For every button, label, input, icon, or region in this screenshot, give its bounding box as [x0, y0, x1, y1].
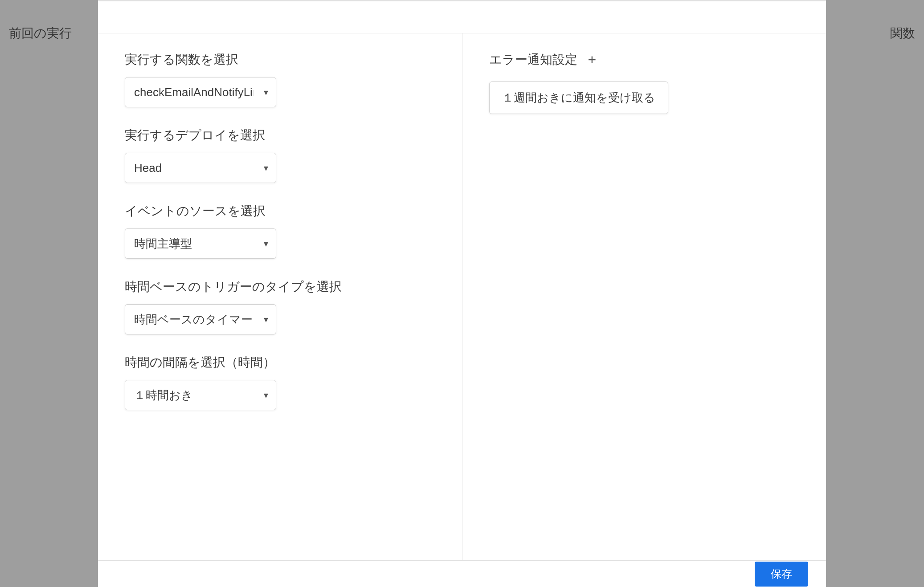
previous-run-label: 前回の実行 [9, 25, 72, 42]
event-source-dropdown[interactable]: 時間主導型 [125, 228, 276, 259]
event-source-dropdown-wrapper: 時間主導型 ▾ [125, 228, 276, 259]
left-sidebar: 前回の実行 [0, 0, 98, 587]
add-notification-button[interactable]: + [586, 53, 598, 67]
deploy-select-label: 実行するデプロイを選択 [125, 127, 435, 144]
section-interval: 時間の間隔を選択（時間） １時間おき ▾ [125, 354, 435, 410]
section-event-source: イベントのソースを選択 時間主導型 ▾ [125, 203, 435, 259]
function-dropdown-wrapper: checkEmailAndNotifyLine ▾ [125, 77, 276, 107]
function-select-label: 実行する関数を選択 [125, 51, 435, 68]
event-source-label: イベントのソースを選択 [125, 203, 435, 220]
error-notification-title: エラー通知設定 [489, 51, 577, 68]
bottom-bar: 保存 [98, 560, 826, 587]
function-select-dropdown[interactable]: checkEmailAndNotifyLine [125, 77, 276, 107]
right-header: エラー通知設定 + [489, 51, 800, 68]
header-bar [98, 1, 826, 33]
notification-frequency-button[interactable]: １週間おきに通知を受け取る [489, 82, 668, 114]
app-wrapper: 前回の実行 実行する関数を選択 checkEmailAndNotifyLine … [0, 0, 924, 587]
functions-label: 関数 [890, 25, 915, 42]
trigger-type-dropdown[interactable]: 時間ベースのタイマー [125, 304, 276, 334]
trigger-type-label: 時間ベースのトリガーのタイプを選択 [125, 278, 435, 295]
main-panel: 実行する関数を選択 checkEmailAndNotifyLine ▾ 実行する… [98, 0, 826, 587]
content-area: 実行する関数を選択 checkEmailAndNotifyLine ▾ 実行する… [98, 33, 826, 560]
section-deploy-select: 実行するデプロイを選択 Head ▾ [125, 127, 435, 183]
section-trigger-type: 時間ベースのトリガーのタイプを選択 時間ベースのタイマー ▾ [125, 278, 435, 334]
left-content: 実行する関数を選択 checkEmailAndNotifyLine ▾ 実行する… [98, 33, 462, 560]
save-button[interactable]: 保存 [755, 562, 808, 587]
trigger-type-dropdown-wrapper: 時間ベースのタイマー ▾ [125, 304, 276, 334]
right-sidebar: 関数 [826, 0, 924, 587]
right-content: エラー通知設定 + １週間おきに通知を受け取る [462, 33, 826, 560]
deploy-select-dropdown[interactable]: Head [125, 153, 276, 183]
interval-dropdown-wrapper: １時間おき ▾ [125, 380, 276, 410]
interval-label: 時間の間隔を選択（時間） [125, 354, 435, 371]
deploy-dropdown-wrapper: Head ▾ [125, 153, 276, 183]
section-function-select: 実行する関数を選択 checkEmailAndNotifyLine ▾ [125, 51, 435, 107]
interval-dropdown[interactable]: １時間おき [125, 380, 276, 410]
